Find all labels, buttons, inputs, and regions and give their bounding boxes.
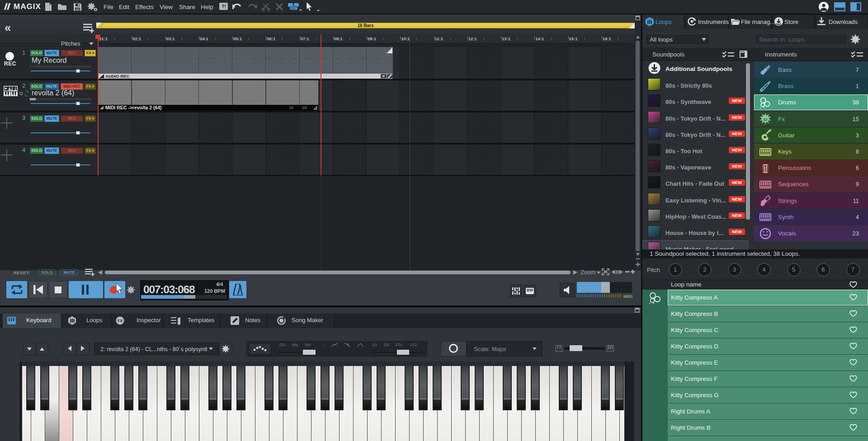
svg-text:N: N: [295, 7, 297, 10]
svg-text:?!: ?!: [222, 4, 226, 9]
svg-text:12: 12: [764, 117, 768, 122]
svg-text:FX: FX: [118, 319, 123, 323]
